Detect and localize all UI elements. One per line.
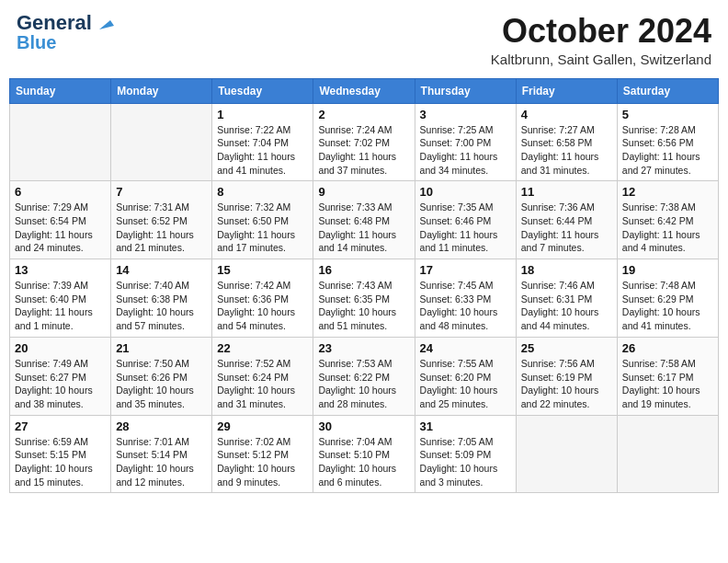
calendar-cell: 19Sunrise: 7:48 AMSunset: 6:29 PMDayligh… <box>617 259 718 338</box>
day-number: 14 <box>116 263 207 277</box>
page-header: General Blue October 2024 Kaltbrunn, Sai… <box>9 9 719 71</box>
day-number: 21 <box>116 341 207 355</box>
day-info: Sunrise: 7:27 AMSunset: 6:58 PMDaylight:… <box>521 123 612 178</box>
calendar-week-row: 13Sunrise: 7:39 AMSunset: 6:40 PMDayligh… <box>10 259 719 338</box>
calendar-header-row: SundayMondayTuesdayWednesdayThursdayFrid… <box>10 78 719 103</box>
day-number: 28 <box>116 419 207 433</box>
day-number: 1 <box>217 108 308 121</box>
calendar-cell: 21Sunrise: 7:50 AMSunset: 6:26 PMDayligh… <box>111 337 212 415</box>
day-info: Sunrise: 7:58 AMSunset: 6:17 PMDaylight:… <box>622 357 713 411</box>
logo-bird-icon <box>94 13 114 33</box>
calendar-cell: 22Sunrise: 7:52 AMSunset: 6:24 PMDayligh… <box>212 337 313 415</box>
day-number: 11 <box>521 185 612 199</box>
calendar-cell: 3Sunrise: 7:25 AMSunset: 7:00 PMDaylight… <box>415 103 516 181</box>
day-info: Sunrise: 7:35 AMSunset: 6:46 PMDaylight:… <box>420 201 511 255</box>
header-monday: Monday <box>111 78 212 103</box>
calendar-cell: 5Sunrise: 7:28 AMSunset: 6:56 PMDaylight… <box>617 103 718 181</box>
day-number: 7 <box>116 185 207 199</box>
day-info: Sunrise: 7:29 AMSunset: 6:54 PMDaylight:… <box>15 201 106 255</box>
day-info: Sunrise: 7:01 AMSunset: 5:14 PMDaylight:… <box>116 435 207 489</box>
day-info: Sunrise: 7:02 AMSunset: 5:12 PMDaylight:… <box>217 435 308 489</box>
calendar-cell: 6Sunrise: 7:29 AMSunset: 6:54 PMDaylight… <box>10 181 111 259</box>
header-friday: Friday <box>516 78 617 103</box>
calendar-cell <box>111 103 212 181</box>
calendar-cell: 26Sunrise: 7:58 AMSunset: 6:17 PMDayligh… <box>617 337 718 415</box>
calendar-cell: 2Sunrise: 7:24 AMSunset: 7:02 PMDaylight… <box>313 103 415 181</box>
calendar-cell: 29Sunrise: 7:02 AMSunset: 5:12 PMDayligh… <box>212 415 313 493</box>
day-info: Sunrise: 7:52 AMSunset: 6:24 PMDaylight:… <box>217 357 308 411</box>
day-number: 22 <box>217 341 308 355</box>
calendar-cell: 7Sunrise: 7:31 AMSunset: 6:52 PMDaylight… <box>111 181 212 259</box>
day-number: 30 <box>318 419 409 433</box>
calendar-cell: 13Sunrise: 7:39 AMSunset: 6:40 PMDayligh… <box>10 259 111 338</box>
calendar-cell: 11Sunrise: 7:36 AMSunset: 6:44 PMDayligh… <box>516 181 617 259</box>
calendar-cell: 27Sunrise: 6:59 AMSunset: 5:15 PMDayligh… <box>10 415 111 493</box>
calendar-cell: 30Sunrise: 7:04 AMSunset: 5:10 PMDayligh… <box>313 415 415 493</box>
header-wednesday: Wednesday <box>313 78 415 103</box>
calendar-cell: 14Sunrise: 7:40 AMSunset: 6:38 PMDayligh… <box>111 259 212 338</box>
day-number: 3 <box>420 108 511 121</box>
day-info: Sunrise: 7:36 AMSunset: 6:44 PMDaylight:… <box>521 201 612 255</box>
calendar-cell: 15Sunrise: 7:42 AMSunset: 6:36 PMDayligh… <box>212 259 313 338</box>
day-info: Sunrise: 7:05 AMSunset: 5:09 PMDaylight:… <box>420 435 511 489</box>
day-number: 13 <box>15 263 106 277</box>
calendar-cell: 28Sunrise: 7:01 AMSunset: 5:14 PMDayligh… <box>111 415 212 493</box>
day-number: 12 <box>622 185 713 199</box>
calendar-cell: 9Sunrise: 7:33 AMSunset: 6:48 PMDaylight… <box>313 181 415 259</box>
day-info: Sunrise: 7:22 AMSunset: 7:04 PMDaylight:… <box>217 123 308 178</box>
day-number: 19 <box>622 263 713 277</box>
calendar-cell <box>10 103 111 181</box>
day-number: 31 <box>420 419 511 433</box>
calendar-cell: 16Sunrise: 7:43 AMSunset: 6:35 PMDayligh… <box>313 259 415 338</box>
calendar-cell: 1Sunrise: 7:22 AMSunset: 7:04 PMDaylight… <box>212 103 313 181</box>
day-number: 16 <box>318 263 409 277</box>
day-info: Sunrise: 7:49 AMSunset: 6:27 PMDaylight:… <box>15 357 106 411</box>
calendar-cell: 18Sunrise: 7:46 AMSunset: 6:31 PMDayligh… <box>516 259 617 338</box>
calendar-cell <box>617 415 718 493</box>
day-number: 9 <box>318 185 409 199</box>
day-info: Sunrise: 7:38 AMSunset: 6:42 PMDaylight:… <box>622 201 713 255</box>
svg-marker-0 <box>99 20 114 29</box>
day-info: Sunrise: 7:33 AMSunset: 6:48 PMDaylight:… <box>318 201 409 255</box>
logo: General Blue <box>17 13 114 52</box>
day-info: Sunrise: 7:53 AMSunset: 6:22 PMDaylight:… <box>318 357 409 411</box>
calendar-cell: 24Sunrise: 7:55 AMSunset: 6:20 PMDayligh… <box>415 337 516 415</box>
day-info: Sunrise: 7:04 AMSunset: 5:10 PMDaylight:… <box>318 435 409 489</box>
day-info: Sunrise: 7:24 AMSunset: 7:02 PMDaylight:… <box>318 123 409 178</box>
calendar-cell: 17Sunrise: 7:45 AMSunset: 6:33 PMDayligh… <box>415 259 516 338</box>
calendar-cell: 20Sunrise: 7:49 AMSunset: 6:27 PMDayligh… <box>10 337 111 415</box>
day-number: 17 <box>420 263 511 277</box>
day-number: 24 <box>420 341 511 355</box>
day-number: 20 <box>15 341 106 355</box>
calendar-week-row: 1Sunrise: 7:22 AMSunset: 7:04 PMDaylight… <box>10 103 719 181</box>
calendar-cell: 4Sunrise: 7:27 AMSunset: 6:58 PMDaylight… <box>516 103 617 181</box>
header-tuesday: Tuesday <box>212 78 313 103</box>
day-info: Sunrise: 7:43 AMSunset: 6:35 PMDaylight:… <box>318 279 409 333</box>
calendar-week-row: 27Sunrise: 6:59 AMSunset: 5:15 PMDayligh… <box>10 415 719 493</box>
day-number: 27 <box>15 419 106 433</box>
day-number: 8 <box>217 185 308 199</box>
day-number: 18 <box>521 263 612 277</box>
calendar-cell <box>516 415 617 493</box>
day-info: Sunrise: 7:50 AMSunset: 6:26 PMDaylight:… <box>116 357 207 411</box>
logo-text-blue: Blue <box>17 33 56 52</box>
day-number: 29 <box>217 419 308 433</box>
day-number: 26 <box>622 341 713 355</box>
day-number: 15 <box>217 263 308 277</box>
day-number: 4 <box>521 108 612 121</box>
day-info: Sunrise: 7:45 AMSunset: 6:33 PMDaylight:… <box>420 279 511 333</box>
day-info: Sunrise: 7:25 AMSunset: 7:00 PMDaylight:… <box>420 123 511 178</box>
day-info: Sunrise: 6:59 AMSunset: 5:15 PMDaylight:… <box>15 435 106 489</box>
calendar-cell: 25Sunrise: 7:56 AMSunset: 6:19 PMDayligh… <box>516 337 617 415</box>
calendar-cell: 31Sunrise: 7:05 AMSunset: 5:09 PMDayligh… <box>415 415 516 493</box>
header-saturday: Saturday <box>617 78 718 103</box>
header-thursday: Thursday <box>415 78 516 103</box>
title-block: October 2024 Kaltbrunn, Saint Gallen, Sw… <box>491 13 711 67</box>
day-info: Sunrise: 7:28 AMSunset: 6:56 PMDaylight:… <box>622 123 713 178</box>
calendar-cell: 10Sunrise: 7:35 AMSunset: 6:46 PMDayligh… <box>415 181 516 259</box>
day-number: 25 <box>521 341 612 355</box>
day-number: 5 <box>622 108 713 121</box>
day-info: Sunrise: 7:39 AMSunset: 6:40 PMDaylight:… <box>15 279 106 333</box>
calendar-cell: 23Sunrise: 7:53 AMSunset: 6:22 PMDayligh… <box>313 337 415 415</box>
calendar-week-row: 20Sunrise: 7:49 AMSunset: 6:27 PMDayligh… <box>10 337 719 415</box>
